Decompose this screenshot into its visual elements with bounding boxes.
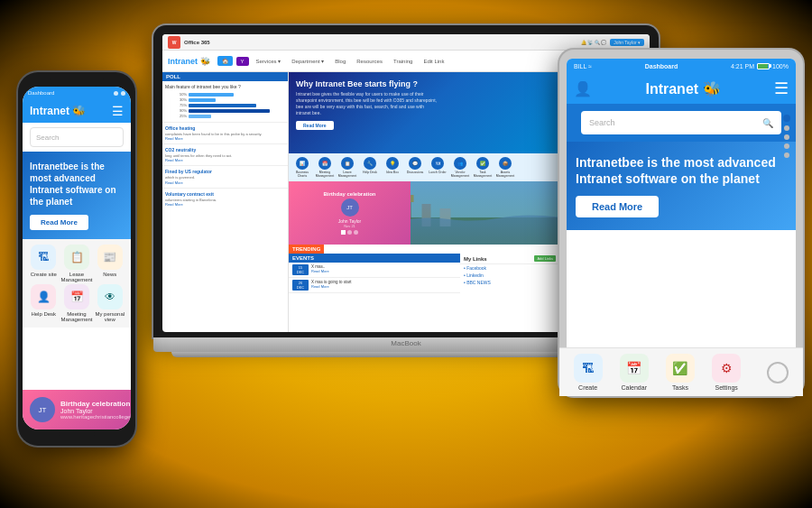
tablet-sidebar-dot-3	[784, 134, 789, 140]
laptop-event-2: 26DEC X mas is going to start Read More	[289, 278, 460, 293]
laptop-lower-row: Birthday celebration JT John Taylor Nov …	[289, 181, 559, 245]
laptop-links-header: My Links Add Links	[460, 254, 559, 264]
laptop-left-column: POLL Main feature of intranet bee you li…	[162, 72, 289, 332]
leave-icon: 📋	[341, 157, 354, 170]
office365-icon: W	[168, 36, 180, 49]
news-icon: 📰	[97, 245, 123, 270]
phone-hero-title: Intranetbee is the most advanced Intrane…	[30, 161, 124, 208]
task-icon: ✅	[476, 157, 489, 170]
laptop-bar-row-1: 50%	[165, 92, 285, 97]
laptop-bar-row-4: 90%	[165, 108, 285, 113]
laptop-hero-section: Why Intranet Bee starts flying ? Intrane…	[289, 72, 559, 153]
personal-view-icon: 👁	[97, 284, 123, 309]
tablet-status-right: 4:21 PM 100%	[731, 63, 789, 69]
tablet-bottom-icon-1[interactable]: 🏗 Create	[574, 354, 603, 383]
laptop-icon-discussions[interactable]: 💬 Discussions	[405, 157, 425, 178]
laptop-add-links-btn[interactable]: Add Links	[534, 255, 556, 262]
laptop-icon-business[interactable]: 📊 Business Charts	[292, 157, 312, 178]
phone-icon-createsite[interactable]: 🏗 Create site	[28, 245, 59, 282]
phone-hero-read-more-btn[interactable]: Read More	[30, 215, 88, 230]
laptop-nav-editlink[interactable]: Edit Link	[420, 57, 448, 66]
laptop-link-bbcnews[interactable]: • BBC NEWS	[460, 279, 559, 286]
tablet-hero-read-more-btn[interactable]: Read More	[576, 196, 659, 217]
tablet-home-button[interactable]	[767, 362, 789, 383]
tablet-hamburger-icon[interactable]: ☰	[774, 79, 789, 98]
tablet-icon-tasks: ✅	[666, 354, 695, 383]
tablet-bottom-icon-4[interactable]: ⚙ Settings	[712, 354, 741, 383]
phone-icon-news[interactable]: 📰 News	[95, 245, 125, 282]
lunch-icon: 🍽	[431, 157, 444, 170]
laptop-bar-4	[189, 109, 270, 113]
laptop-icon-meeting[interactable]: 📅 Meeting Management	[315, 157, 335, 178]
tablet-status-bar: BILL ≈ Dashboard 4:21 PM 100%	[567, 59, 796, 73]
tablet-bottom-icon-3[interactable]: ✅ Tasks	[666, 354, 695, 383]
office365-label: Office 365	[184, 40, 210, 45]
carousel-dot-2	[347, 230, 352, 235]
laptop-nav-yahoo[interactable]: Y	[236, 57, 249, 66]
laptop-icon-helpdesk[interactable]: 🔧 Help Desk	[360, 157, 380, 178]
tablet-sidebar-dot-2	[784, 125, 789, 131]
phone-icon-personal[interactable]: 👁 My personal view	[95, 284, 125, 322]
laptop-nav-home[interactable]: 🏠	[217, 56, 233, 66]
laptop-news-1: Office heating complaints have been foun…	[162, 122, 288, 143]
laptop-link-linkedin[interactable]: • Linkedin	[460, 272, 559, 279]
laptop-nav-services[interactable]: Services ▾	[253, 56, 285, 66]
tablet-carrier: BILL ≈	[574, 63, 592, 69]
tablet-bottom-icon-2[interactable]: 📅 Calendar	[620, 354, 649, 383]
phone-icon-lease[interactable]: 📋 Lease Management	[60, 245, 92, 282]
laptop-icon-vendor[interactable]: 👥 Vendor Management	[450, 157, 470, 178]
laptop-event-2-readmore[interactable]: Read More	[311, 284, 457, 289]
tablet-battery-fill	[758, 64, 768, 69]
business-charts-icon: 📊	[296, 157, 309, 170]
laptop-events-header: EVENTS	[289, 254, 460, 263]
tablet-search-placeholder: Search	[589, 118, 762, 127]
laptop-links-section: My Links Add Links • Facebook • Linkedin…	[460, 254, 559, 293]
tablet-device: BILL ≈ Dashboard 4:21 PM 100% 👤 Intranet…	[559, 50, 803, 396]
phone-screen: Dashboard Intranet 🐝 ☰ Search Intranetbe…	[23, 87, 131, 429]
phone-hamburger-icon[interactable]: ☰	[112, 104, 124, 118]
laptop-icon-task[interactable]: ✅ Task Management	[473, 157, 493, 178]
laptop-icon-lunch[interactable]: 🍽 Lunch Order	[428, 157, 448, 178]
laptop-icon-ideabox[interactable]: 💡 Idea Box	[383, 157, 402, 178]
phone-icon-helpdesk[interactable]: 👤 Help Desk	[28, 284, 59, 322]
laptop-brand: Intranet 🐝	[168, 57, 210, 66]
laptop-icon-assets[interactable]: 📦 Assets Management	[495, 157, 515, 178]
carousel-dot-3	[354, 230, 358, 235]
phone-hero-section: Intranetbee is the most advanced Intrane…	[23, 152, 131, 239]
carousel-dot-1	[341, 230, 346, 235]
laptop-scenic-overlay	[411, 181, 559, 245]
laptop-event-1-readmore[interactable]: Read More	[311, 269, 457, 273]
laptop-events-section: EVENTS 15DEC X mas.. Read More 26DE	[289, 254, 460, 293]
laptop-nav-training[interactable]: Training	[390, 57, 416, 66]
phone-birthday-bar: JT Birthday celebration John Taylor www.…	[23, 390, 131, 429]
laptop-bar-row-3: 75%	[165, 103, 285, 107]
tablet-search-bar[interactable]: Search 🔍	[581, 111, 781, 134]
laptop-nav-department[interactable]: Department ▾	[288, 56, 328, 66]
phone-search-bar[interactable]: Search	[30, 127, 124, 147]
lease-management-icon: 📋	[64, 245, 89, 270]
laptop-bar-row-5: 25%	[165, 114, 285, 118]
laptop-icon-leave[interactable]: 📋 Leave Management	[337, 157, 357, 178]
tablet-sidebar-dot-5	[784, 152, 789, 158]
tablet-navbar: 👤 Intranet 🐝 ☰	[567, 73, 796, 104]
phone-dashboard-label: Dashboard	[28, 90, 54, 96]
laptop-nav-blog[interactable]: Blog	[331, 57, 349, 66]
phone-status-bar: Dashboard	[23, 87, 131, 99]
laptop-link-facebook[interactable]: • Facebook	[460, 264, 559, 272]
laptop-topbar: W Office 365 🔔 📡 🔍 💬 John Taylor ▾	[162, 34, 650, 51]
tablet-battery-pct: 100%	[772, 63, 789, 69]
tablet-icon-create: 🏗	[574, 354, 603, 383]
laptop-news-4: Voluntary contract exit volunteers start…	[162, 188, 288, 209]
phone-birthday-title: Birthday celebration	[60, 400, 131, 408]
phone-notch	[50, 76, 104, 87]
meeting-management-icon: 📅	[64, 284, 89, 309]
laptop-nav-resources[interactable]: Resources	[353, 57, 386, 66]
laptop-hero-read-more-btn[interactable]: Read More	[296, 121, 334, 130]
laptop-logo-area: W Office 365	[168, 36, 210, 49]
phone-icon-meeting[interactable]: 📅 Meeting Management	[60, 284, 92, 322]
tablet-outer-shell: BILL ≈ Dashboard 4:21 PM 100% 👤 Intranet…	[559, 50, 803, 396]
create-site-icon: 🏗	[31, 245, 56, 270]
laptop-event-1: 15DEC X mas.. Read More	[289, 263, 460, 278]
ideabox-icon: 💡	[386, 157, 399, 170]
phone-home-indicator[interactable]	[59, 432, 95, 436]
